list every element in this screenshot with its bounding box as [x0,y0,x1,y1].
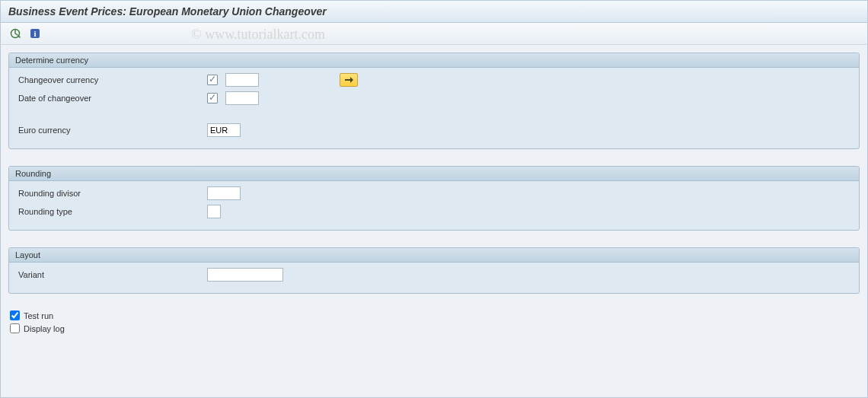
execute-button[interactable] [7,26,24,41]
required-check-icon [207,93,218,103]
euro-currency-label: Euro currency [17,126,207,135]
group-header-layout: Layout [9,248,859,263]
multiple-selection-button[interactable] [340,73,358,87]
info-icon: i [30,28,40,39]
changeover-currency-label: Changeover currency [17,75,207,84]
date-of-changeover-input[interactable] [225,91,259,105]
rounding-type-label: Rounding type [17,207,207,216]
group-header-currency: Determine currency [9,53,859,68]
euro-currency-input[interactable] [207,123,241,137]
content-area: Determine currency Changeover currency [1,45,867,397]
required-check-icon [207,75,218,85]
execute-icon [10,28,21,39]
test-run-checkbox[interactable] [10,310,20,320]
display-log-label[interactable]: Display log [24,324,65,333]
group-header-rounding: Rounding [9,167,859,181]
group-layout: Layout Variant [8,247,860,294]
group-rounding: Rounding Rounding divisor Rounding type [8,166,860,231]
rounding-type-input[interactable] [207,205,221,218]
rounding-divisor-input[interactable] [207,186,241,200]
toolbar: i [1,23,867,45]
variant-input[interactable] [207,268,283,282]
arrow-right-icon [344,76,353,84]
rounding-divisor-label: Rounding divisor [17,189,207,198]
display-log-row: Display log [10,323,860,333]
info-button[interactable]: i [27,26,43,41]
date-of-changeover-label: Date of changeover [17,94,207,103]
test-run-row: Test run [10,310,860,320]
changeover-currency-input[interactable] [225,73,259,87]
svg-text:i: i [34,29,36,38]
variant-label: Variant [17,270,207,279]
test-run-label[interactable]: Test run [24,311,53,320]
display-log-checkbox[interactable] [10,323,20,333]
page-title: Business Event Prices: European Monetary… [1,1,867,23]
group-determine-currency: Determine currency Changeover currency [8,53,860,149]
